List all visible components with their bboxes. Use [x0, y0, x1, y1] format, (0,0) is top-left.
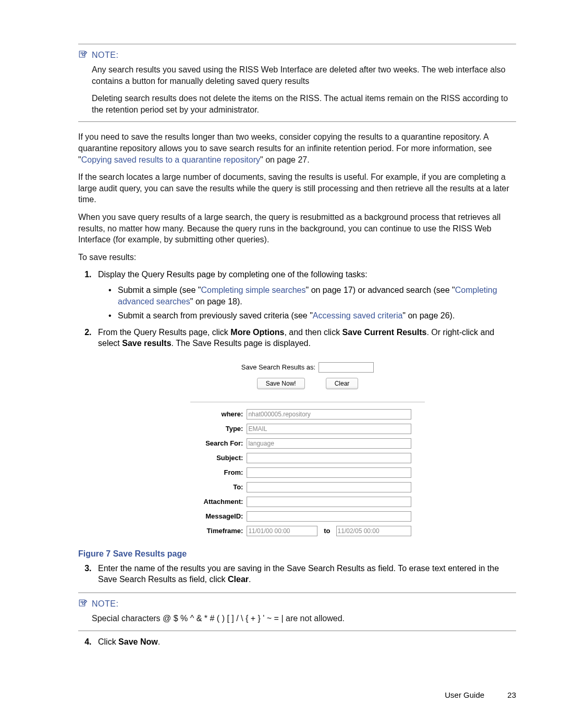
paragraph: To save results: — [78, 252, 516, 263]
save-now-button[interactable]: Save Now! — [257, 378, 305, 389]
note-icon — [78, 598, 88, 610]
svg-rect-3 — [79, 600, 85, 606]
footer-label: User Guide — [445, 690, 484, 699]
label-messageid: MessageID: — [202, 510, 244, 523]
input-subject[interactable] — [247, 453, 411, 463]
input-searchfor[interactable] — [247, 438, 411, 449]
input-timeframe-from[interactable] — [247, 526, 317, 536]
label-from: From: — [202, 466, 244, 479]
label-searchfor: Search For: — [202, 437, 244, 450]
divider — [78, 44, 516, 44]
label-to: To: — [202, 480, 244, 494]
step-2: From the Query Results page, click More … — [94, 327, 516, 349]
link-saved-criteria[interactable]: Accessing saved criteria — [313, 311, 403, 320]
input-where[interactable] — [247, 409, 411, 419]
paragraph: When you save query results of a large s… — [78, 212, 516, 245]
input-type[interactable] — [247, 424, 411, 434]
note-block-1: NOTE: Any search results you saved using… — [78, 44, 516, 122]
step-3: Enter the name of the results you are sa… — [94, 563, 516, 585]
divider — [78, 593, 516, 593]
divider — [78, 631, 516, 631]
note-title: NOTE: — [92, 51, 118, 60]
bullet: Submit a search from previously saved cr… — [111, 310, 516, 322]
step-4: Click Save Now. — [94, 636, 516, 648]
label-type: Type: — [202, 422, 244, 436]
divider — [190, 402, 425, 402]
figure-caption: Figure 7 Save Results page — [78, 549, 516, 559]
divider — [78, 121, 516, 122]
input-to[interactable] — [247, 482, 411, 492]
svg-rect-0 — [79, 51, 85, 57]
note-title: NOTE: — [92, 599, 118, 609]
paragraph: If you need to save the results longer t… — [78, 131, 516, 165]
save-as-label: Save Search Results as: — [241, 363, 315, 371]
note-block-2: NOTE: Special characters @ $ % ^ & * # (… — [78, 593, 516, 631]
label-where: where: — [202, 408, 244, 421]
input-attachment[interactable] — [247, 497, 411, 507]
note1-para1: Any search results you saved using the R… — [92, 64, 516, 87]
figure-save-results: Save Search Results as: Save Now! Clear … — [99, 362, 516, 539]
label-to-sep: to — [321, 524, 333, 538]
criteria-form: where: Type: Search For: Subject: From: … — [201, 406, 414, 539]
label-attachment: Attachment: — [202, 495, 244, 509]
footer: User Guide 23 — [445, 690, 516, 699]
label-timeframe: Timeframe: — [202, 524, 244, 538]
page-number: 23 — [507, 690, 516, 699]
note1-para2: Deleting search results does not delete … — [92, 93, 516, 115]
clear-button[interactable]: Clear — [326, 378, 359, 389]
link-simple-searches[interactable]: Completing simple searches — [201, 286, 306, 294]
label-subject: Subject: — [202, 451, 244, 465]
input-from[interactable] — [247, 467, 411, 478]
bullet: Submit a simple (see "Completing simple … — [111, 285, 516, 307]
save-as-input[interactable] — [319, 362, 374, 373]
note-icon — [78, 50, 88, 61]
input-timeframe-to[interactable] — [336, 526, 411, 536]
note2-text: Special characters @ $ % ^ & * # ( ) [ ]… — [92, 613, 516, 624]
link-copying-saved[interactable]: Copying saved results to a quarantine re… — [81, 155, 260, 164]
step-1: Display the Query Results page by comple… — [94, 269, 516, 321]
paragraph: If the search locates a large number of … — [78, 171, 516, 205]
input-messageid[interactable] — [247, 511, 411, 522]
